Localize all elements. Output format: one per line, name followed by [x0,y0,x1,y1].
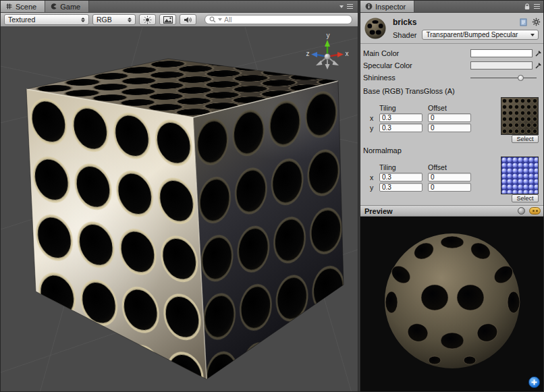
scene-grid-icon [5,3,13,10]
main-color-row: Main Color [363,47,542,59]
base-map-label: Base (RGB) TransGloss (A) [363,85,542,97]
search-icon [209,16,216,23]
color-mode-value: RGB [97,16,125,24]
scene-tabbar: Scene Game [1,1,358,13]
scene-toolbar: Textured RGB [1,13,358,27]
draw-mode-value: Textured [8,16,78,24]
base-texture-thumbnail[interactable] [501,97,539,135]
x-row-label: x [370,173,379,181]
slider-track[interactable] [470,78,537,79]
chevron-down-icon [531,34,535,36]
draw-mode-dropdown[interactable]: Textured [4,14,89,25]
panel-menu-icon[interactable] [347,4,353,9]
normal-offset-x-input[interactable] [428,173,471,181]
normalmap-block: Tiling Offset x y [363,157,542,202]
shader-value: Transparent/Bumped Specular [426,31,528,38]
info-icon [365,3,373,10]
inspector-tabbar: Inspector [360,1,544,13]
unity-editor-window: Scene Game Textured RGB [0,0,544,392]
gizmo-z-label: z [306,50,310,57]
audio-toggle-button[interactable] [180,14,196,25]
material-header-icons [520,18,541,26]
normal-tiling-table: Tiling Offset x y [370,157,477,202]
y-row-label: y [370,124,379,132]
base-offset-y-input[interactable] [428,123,471,132]
normal-tiling-x-input[interactable] [379,173,423,181]
gizmo-x-label: x [346,50,349,57]
cube-object[interactable] [1,59,358,379]
normal-select-button[interactable]: Select [512,194,539,202]
gizmo-y-label: y [327,32,330,39]
inspector-panel: Inspector [360,1,544,392]
image-icon [163,16,173,24]
preview-sphere[interactable] [360,217,544,392]
plus-icon [531,379,538,386]
lighting-toggle-button[interactable] [139,14,156,25]
gizmo-x-cone[interactable] [337,52,344,57]
specular-color-label: Specular Color [363,61,470,69]
chevron-down-icon[interactable] [339,5,344,8]
offset-header: Offset [428,104,477,112]
scene-panel: Scene Game Textured RGB [1,1,358,392]
tab-inspector-label: Inspector [375,3,406,11]
tiling-header: Tiling [379,163,428,171]
base-tiling-table: Tiling Offset x y [370,97,477,143]
axis-gizmo[interactable]: y x z [304,30,351,82]
lock-icon[interactable] [524,3,531,10]
normal-offset-y-input[interactable] [428,183,471,192]
preview-title: Preview [364,207,518,215]
scene-tabbar-controls [335,1,358,12]
updown-arrows-icon [81,18,85,22]
inspector-tabbar-controls [519,1,544,12]
x-row-label: x [370,114,379,122]
sun-icon [143,16,152,24]
search-filter-arrow-icon[interactable] [218,18,222,21]
shader-dropdown[interactable]: Transparent/Bumped Specular [422,30,539,40]
preview-sphere-button[interactable] [518,207,525,215]
shininess-slider[interactable] [470,73,542,82]
search-input[interactable] [224,16,348,24]
preview-light-button[interactable] [529,207,541,215]
normalmap-thumbnail[interactable] [501,157,539,194]
gizmo-y-cone[interactable] [325,40,330,47]
main-color-label: Main Color [363,49,470,57]
material-preview-area[interactable] [360,217,544,392]
shader-label: Shader [393,31,416,39]
skybox-toggle-button[interactable] [159,14,176,25]
base-tiling-y-input[interactable] [379,123,423,132]
normal-tiling-y-input[interactable] [379,183,423,192]
tab-game[interactable]: Game [45,1,89,12]
material-properties: Main Color Specular Color Sh [360,44,544,205]
speaker-icon [184,16,192,24]
specular-color-row: Specular Color [363,59,542,72]
material-sphere-icon [364,17,387,40]
scene-viewport[interactable]: y x z [1,27,358,392]
preview-header: Preview [360,205,544,217]
base-tiling-x-input[interactable] [379,113,423,122]
base-offset-x-input[interactable] [428,113,471,122]
updown-arrows-icon [128,18,132,22]
gizmo-center-ball[interactable] [325,54,331,60]
preview-add-button[interactable] [528,376,540,388]
gizmo-z-cone[interactable] [311,52,317,57]
tab-scene-label: Scene [16,3,36,11]
y-row-label: y [370,184,379,192]
help-icon[interactable] [520,18,527,26]
material-header: bricks Shader Transparen [360,13,544,44]
tiling-header: Tiling [379,104,428,112]
gear-icon[interactable] [532,18,541,26]
specular-color-swatch[interactable] [470,61,533,69]
tab-inspector[interactable]: Inspector [360,1,414,12]
shader-row: Shader Transparent/Bumped Specular [393,30,542,40]
search-field[interactable] [205,15,352,24]
normalmap-label: Normalmap [363,144,542,157]
shininess-row: Shininess [363,72,542,84]
main-color-swatch[interactable] [470,49,533,57]
eyedropper-icon[interactable] [535,62,542,69]
base-select-button[interactable]: Select [512,135,539,143]
panel-menu-icon[interactable] [534,4,540,9]
eyedropper-icon[interactable] [535,50,542,57]
color-mode-dropdown[interactable]: RGB [92,14,136,25]
shininess-thumb[interactable] [518,75,524,81]
tab-scene[interactable]: Scene [1,1,45,12]
